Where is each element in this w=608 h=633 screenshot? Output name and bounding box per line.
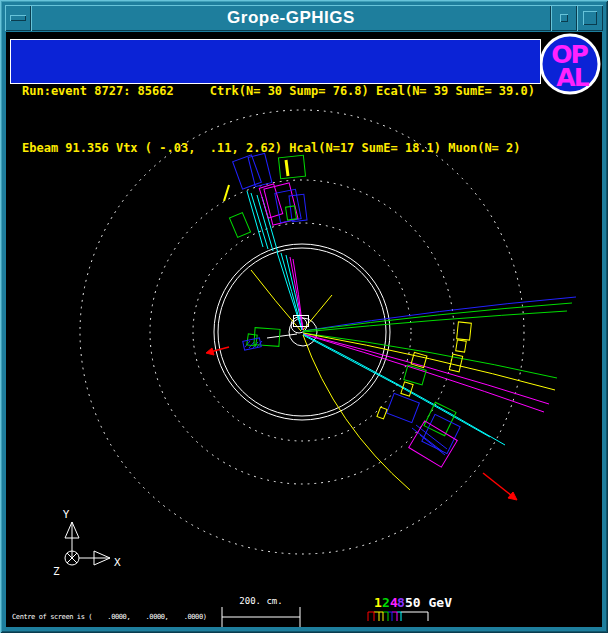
window-title: Grope-GPHIGS xyxy=(31,5,551,31)
y-axis-label: Y xyxy=(63,508,70,521)
particle-track[interactable] xyxy=(303,334,544,412)
particle-track[interactable] xyxy=(303,333,555,390)
particle-track[interactable] xyxy=(303,335,490,437)
opal-logo: OP AL xyxy=(541,35,599,93)
opal-logo-text-bottom: AL xyxy=(556,63,589,92)
legend-energy-comb xyxy=(368,612,428,621)
muon-arrow[interactable] xyxy=(483,473,512,496)
maximize-button[interactable] xyxy=(577,5,603,31)
event-lines xyxy=(224,160,447,455)
event-info-line1: Run:event 8727: 85662 Ctrk(N= 30 Sump= 7… xyxy=(22,82,540,101)
scale-label: 200. cm. xyxy=(239,596,282,606)
particle-track[interactable] xyxy=(303,295,332,330)
particle-track[interactable] xyxy=(303,311,567,332)
minimize-button[interactable] xyxy=(551,5,577,31)
particle-tracks xyxy=(251,252,576,490)
window-menu-icon xyxy=(10,15,26,21)
event-display-area: Y X Z 200. cm. 1 2 4 8 50 GeV OP AL xyxy=(6,32,602,627)
event-info-line2: Ebeam 91.356 Vtx ( -.03, .11, 2.62) Hcal… xyxy=(22,139,540,158)
particle-track[interactable] xyxy=(303,303,572,331)
calo-box[interactable] xyxy=(456,340,467,352)
event-line xyxy=(412,428,443,452)
calo-box[interactable] xyxy=(377,407,387,419)
scale-bar xyxy=(222,607,300,627)
window-menu-button[interactable] xyxy=(5,5,31,31)
titlebar[interactable]: Grope-GPHIGS xyxy=(5,5,603,31)
minimize-icon xyxy=(560,14,568,22)
event-line xyxy=(267,334,297,338)
legend-entry: 8 xyxy=(397,595,405,610)
z-axis-label: Z xyxy=(53,565,60,578)
x-axis-label: X xyxy=(114,556,121,569)
legend-entry: 2 xyxy=(382,595,390,610)
legend-entry: 1 xyxy=(374,595,382,610)
calo-box[interactable] xyxy=(457,322,472,340)
event-line xyxy=(251,193,268,249)
event-line xyxy=(247,191,263,247)
calo-box[interactable] xyxy=(387,393,420,422)
status-text: Centre of screen is ( .0000, .0000, .000… xyxy=(12,613,207,621)
event-info-banner: Run:event 8727: 85662 Ctrk(N= 30 Sump= 7… xyxy=(10,39,541,84)
legend-entry: 50 GeV xyxy=(405,595,452,610)
calo-box[interactable] xyxy=(229,213,250,238)
app-window: Grope-GPHIGS xyxy=(0,0,608,633)
muon-arrow-head xyxy=(206,348,214,355)
axes-widget xyxy=(65,522,110,565)
calorimeter-deposits xyxy=(229,153,471,467)
event-line xyxy=(257,195,273,251)
particle-track[interactable] xyxy=(303,334,549,404)
maximize-icon xyxy=(583,11,597,25)
